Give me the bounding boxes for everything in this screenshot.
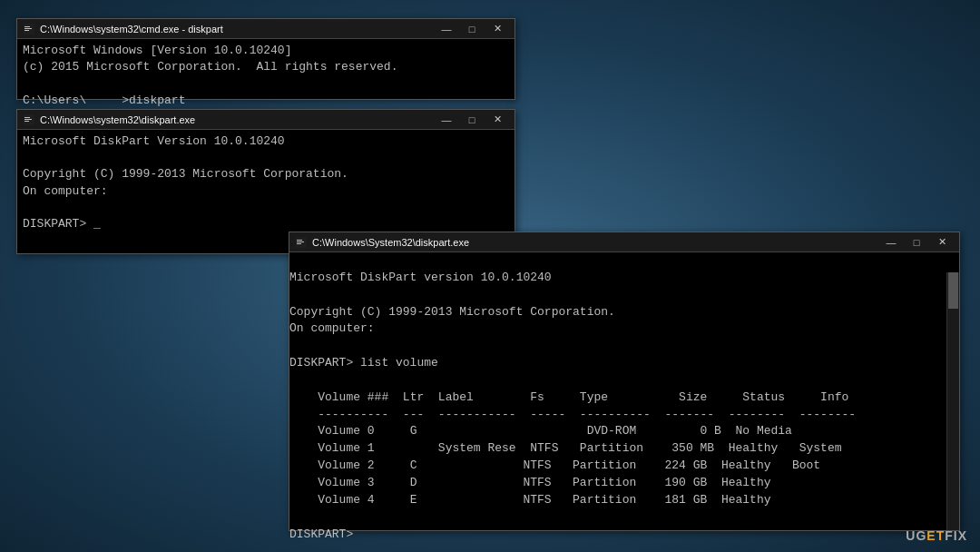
diskpart-computer: On computer: [289,321,375,335]
window-title-3: C:\Windows\System32\diskpart.exe [312,237,879,248]
svg-rect-11 [297,243,301,244]
volume-row-2: Volume 2 C NTFS Partition 224 GB Healthy… [304,458,821,472]
close-btn-3[interactable]: ✕ [930,234,954,251]
col-separator: ---------- --- ----------- ----- -------… [304,408,857,421]
close-btn-2[interactable]: ✕ [485,112,509,128]
cmd-icon-2 [23,113,35,126]
watermark: UGETFIX [906,528,967,543]
svg-rect-10 [297,242,304,242]
scrollbar-thumb [948,272,958,309]
cmd-icon-3 [295,236,308,249]
watermark-suffix: FIX [945,528,967,543]
svg-rect-2 [24,28,32,29]
svg-rect-1 [24,26,30,27]
minimize-btn-2[interactable]: — [435,112,458,128]
cmd-icon-1 [23,23,35,35]
diskpart-content: Microsoft DiskPart version 10.0.10240 Co… [289,252,959,552]
minimize-btn-3[interactable]: — [879,234,903,251]
watermark-prefix: UG [906,528,926,543]
cmd-window-1: C:\Windows\system32\cmd.exe - diskpart —… [16,18,515,100]
maximize-btn-1[interactable]: □ [460,21,484,37]
volume-row-4: Volume 4 E NTFS Partition 181 GB Healthy [304,493,771,507]
cmd-content-2: Microsoft DiskPart Version 10.0.10240 Co… [17,130,514,236]
diskpart-header: Microsoft DiskPart version 10.0.10240 [289,271,552,284]
cmd-content-1: Microsoft Windows [Version 10.0.10240] (… [17,39,514,113]
title-bar-2: C:\Windows\system32\diskpart.exe — □ ✕ [17,110,514,130]
svg-rect-5 [24,117,30,118]
scrollbar[interactable] [946,272,959,530]
diskpart-command: DISKPART> list volume [289,356,438,370]
title-bar-3: C:\Windows\System32\diskpart.exe — □ ✕ [289,232,959,252]
window-title-2: C:\Windows\system32\diskpart.exe [40,114,435,125]
volume-row-0: Volume 0 G DVD-ROM 0 B No Media [304,424,792,438]
window-controls-1: — □ ✕ [435,21,509,37]
minimize-btn-1[interactable]: — [435,21,458,37]
cmd-window-3: C:\Windows\System32\diskpart.exe — □ ✕ M… [289,232,960,531]
close-btn-1[interactable]: ✕ [485,21,509,37]
volume-row-1: Volume 1 System Rese NTFS Partition 350 … [304,441,842,455]
window-controls-2: — □ ✕ [435,112,509,128]
watermark-highlight: ET [926,528,945,543]
svg-rect-6 [24,119,32,120]
volume-row-3: Volume 3 D NTFS Partition 190 GB Healthy [304,476,771,489]
window-controls-3: — □ ✕ [879,234,954,251]
svg-rect-7 [24,121,29,122]
col-volume: Volume ### Ltr Label Fs Type Size Status… [304,390,849,404]
maximize-btn-2[interactable]: □ [460,112,484,128]
title-bar-1: C:\Windows\system32\cmd.exe - diskpart —… [17,19,514,39]
svg-rect-9 [297,240,302,241]
svg-rect-3 [24,30,29,31]
diskpart-copyright: Copyright (C) 1999-2013 Microsoft Corpor… [289,305,615,319]
maximize-btn-3[interactable]: □ [905,234,928,251]
window-title-1: C:\Windows\system32\cmd.exe - diskpart [40,24,435,34]
diskpart-prompt-end: DISKPART> [289,527,360,541]
